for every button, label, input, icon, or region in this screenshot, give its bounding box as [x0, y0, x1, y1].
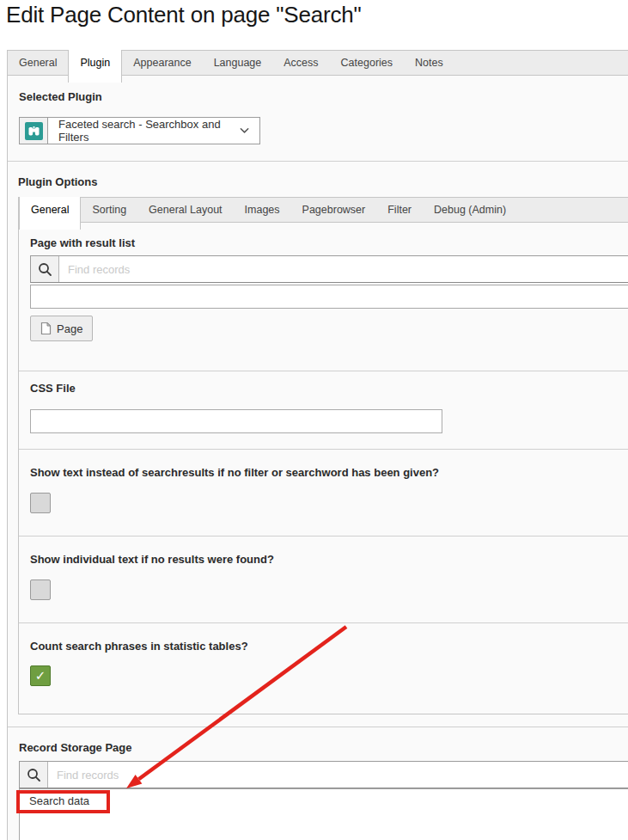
record-storage-label: Record Storage Page: [19, 742, 628, 754]
binoculars-icon: [25, 122, 43, 140]
record-storage-section: Record Storage Page Search data: [8, 727, 628, 840]
page-with-result-list-label: Page with result list: [30, 237, 628, 249]
plugin-options-label: Plugin Options: [18, 176, 628, 188]
subtab-general[interactable]: General: [19, 197, 81, 230]
show-text-no-filter-checkbox[interactable]: ✓: [30, 493, 51, 513]
plugin-options-section: Plugin Options General Sorting General L…: [8, 161, 628, 727]
search-icon: [27, 768, 41, 782]
plugin-options-tab-bar: General Sorting General Layout Images Pa…: [18, 197, 628, 223]
tab-plugin[interactable]: Plugin: [68, 50, 122, 83]
search-icon-cell: [20, 762, 48, 788]
tab-categories[interactable]: Categories: [330, 51, 404, 76]
field-count-search-phrases: Count search phrases in statistic tables…: [19, 622, 628, 714]
chevron-down-icon: [240, 127, 249, 134]
record-storage-search-input[interactable]: [48, 762, 628, 788]
plugin-tab-panel: Selected Plugin Faceted search - Searchb…: [7, 76, 628, 840]
search-icon: [38, 262, 52, 277]
plugin-icon-cell: [19, 117, 48, 144]
subtab-filter[interactable]: Filter: [376, 198, 423, 223]
count-search-phrases-checkbox[interactable]: ✓: [30, 665, 51, 686]
field-show-text-no-filter: Show text instead of searchresults if no…: [19, 449, 628, 536]
tab-language[interactable]: Language: [203, 51, 273, 76]
page-search-group: [30, 255, 628, 283]
selected-plugin-value: Faceted search - Searchbox and Filters: [58, 118, 240, 144]
add-page-button-label: Page: [57, 322, 82, 335]
selected-plugin-select[interactable]: Faceted search - Searchbox and Filters: [47, 117, 260, 144]
tab-general[interactable]: General: [8, 51, 68, 76]
subtab-debug-admin[interactable]: Debug (Admin): [423, 198, 517, 223]
count-search-phrases-label: Count search phrases in statistic tables…: [30, 641, 628, 653]
field-page-with-result-list: Page with result list: [19, 223, 628, 371]
css-file-input[interactable]: [30, 409, 442, 433]
page-icon: [40, 322, 52, 335]
show-text-no-filter-label: Show text instead of searchresults if no…: [30, 467, 628, 479]
subtab-pagebrowser[interactable]: Pagebrowser: [291, 198, 377, 223]
add-page-button[interactable]: Page: [30, 316, 93, 341]
selected-plugin-section: Selected Plugin Faceted search - Searchb…: [8, 76, 628, 161]
list-item-search-data[interactable]: Search data: [20, 789, 628, 813]
show-individual-text-label: Show individual text if no results were …: [30, 554, 628, 566]
page-search-input[interactable]: [59, 256, 628, 282]
css-file-label: CSS File: [30, 383, 628, 395]
show-individual-text-checkbox[interactable]: ✓: [30, 579, 51, 600]
selected-pages-listbox[interactable]: [30, 285, 628, 309]
page-title: Edit Page Content on page "Search": [6, 2, 362, 28]
tab-appearance[interactable]: Appearance: [122, 51, 202, 76]
field-show-individual-text: Show individual text if no results were …: [19, 536, 628, 622]
subtab-sorting[interactable]: Sorting: [81, 198, 137, 223]
plugin-options-general-panel: Page with result list: [18, 223, 628, 714]
selected-plugin-label: Selected Plugin: [19, 91, 628, 103]
main-tab-bar: General Plugin Appearance Language Acces…: [7, 50, 628, 76]
record-storage-listbox[interactable]: Search data: [19, 788, 628, 840]
tab-notes[interactable]: Notes: [404, 51, 454, 76]
subtab-general-layout[interactable]: General Layout: [137, 198, 233, 223]
subtab-images[interactable]: Images: [234, 198, 291, 223]
search-icon-cell: [31, 256, 59, 282]
record-storage-search-group: [19, 761, 628, 788]
field-css-file: CSS File: [19, 371, 628, 449]
check-icon: ✓: [35, 670, 46, 683]
tab-access[interactable]: Access: [272, 51, 329, 76]
selected-plugin-select-group: Faceted search - Searchbox and Filters: [19, 117, 628, 144]
